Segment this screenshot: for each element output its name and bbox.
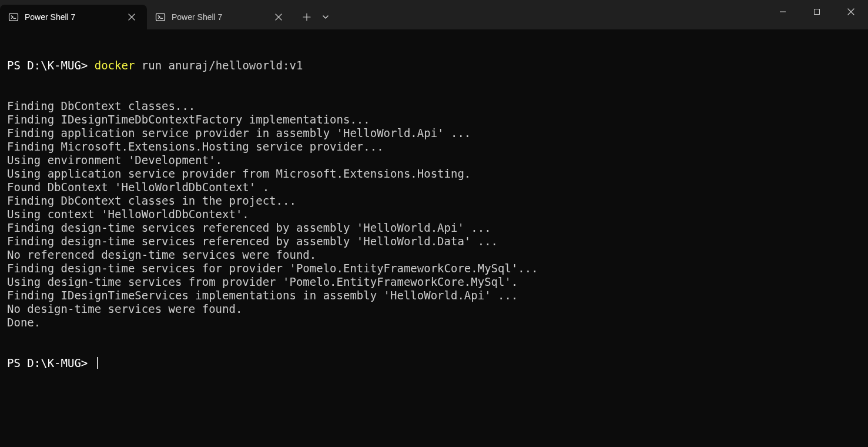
terminal-output: Finding DbContext classes...Finding IDes… <box>7 99 861 329</box>
output-line: Using application service provider from … <box>7 167 861 181</box>
command-line: PS D:\K-MUG> docker run anuraj/helloworl… <box>7 59 861 72</box>
prompt: PS D:\K-MUG> <box>7 59 95 72</box>
command-arguments: run anuraj/helloworld:v1 <box>135 59 303 72</box>
output-line: Finding DbContext classes... <box>7 99 861 113</box>
svg-rect-1 <box>156 14 165 21</box>
output-line: Finding IDesignTimeServices implementati… <box>7 289 861 302</box>
window-titlebar: Power Shell 7 Power Shell 7 <box>0 0 868 29</box>
tab-close-button[interactable] <box>272 10 286 24</box>
output-line: Finding design-time services referenced … <box>7 221 861 235</box>
command-executable: docker <box>95 59 135 72</box>
window-controls <box>766 0 868 29</box>
output-line: Finding design-time services for provide… <box>7 262 861 275</box>
tab-close-button[interactable] <box>125 10 139 24</box>
terminal-pane[interactable]: PS D:\K-MUG> docker run anuraj/helloworl… <box>0 29 868 447</box>
output-line: Finding application service provider in … <box>7 126 861 140</box>
output-line: No design-time services were found. <box>7 302 861 316</box>
output-line: Finding IDesignTimeDbContextFactory impl… <box>7 113 861 126</box>
current-prompt-line: PS D:\K-MUG> <box>7 356 861 370</box>
prompt: PS D:\K-MUG> <box>7 356 95 369</box>
powershell-icon <box>155 12 166 22</box>
output-line: Finding Microsoft.Extensions.Hosting ser… <box>7 140 861 154</box>
output-line: Done. <box>7 316 861 329</box>
tab-actions <box>294 5 339 29</box>
minimize-button[interactable] <box>766 0 800 24</box>
output-line: Found DbContext 'HelloWorldDbContext' . <box>7 181 861 194</box>
text-cursor <box>97 357 98 369</box>
tab-inactive[interactable]: Power Shell 7 <box>147 5 294 29</box>
output-line: Using design-time services from provider… <box>7 275 861 289</box>
powershell-icon <box>8 12 19 22</box>
output-line: Finding DbContext classes in the project… <box>7 194 861 208</box>
output-line: No referenced design-time services were … <box>7 248 861 262</box>
close-window-button[interactable] <box>834 0 868 24</box>
svg-rect-2 <box>815 9 820 15</box>
tab-dropdown-button[interactable] <box>316 8 335 26</box>
output-line: Using environment 'Development'. <box>7 154 861 167</box>
tab-active[interactable]: Power Shell 7 <box>0 5 147 29</box>
tab-title: Power Shell 7 <box>172 12 266 22</box>
maximize-button[interactable] <box>800 0 834 24</box>
new-tab-button[interactable] <box>297 8 316 26</box>
tab-title: Power Shell 7 <box>25 12 119 22</box>
output-line: Finding design-time services referenced … <box>7 235 861 248</box>
svg-rect-0 <box>9 14 18 21</box>
output-line: Using context 'HelloWorldDbContext'. <box>7 208 861 221</box>
